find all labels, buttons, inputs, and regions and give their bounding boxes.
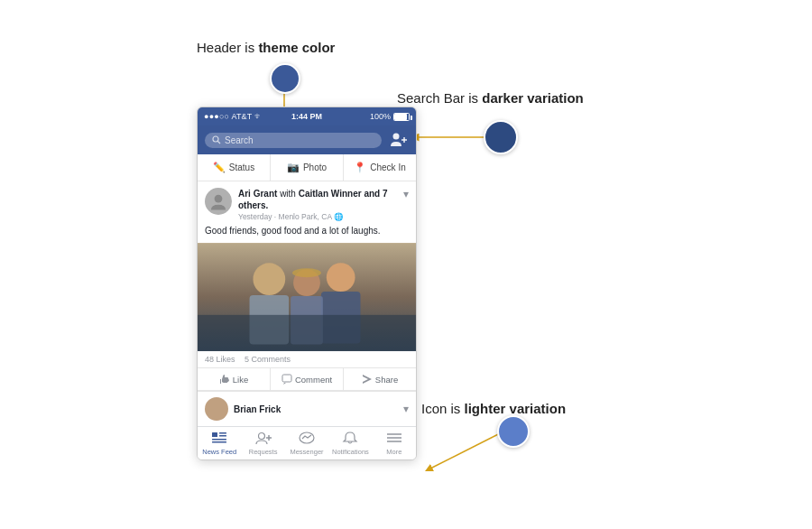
messenger-label: Messenger: [290, 448, 323, 456]
checkin-icon: 📍: [354, 162, 366, 173]
searchbar-annotation-label: Search Bar is darker variation: [397, 90, 584, 106]
status-action[interactable]: ✏️ Status: [198, 154, 271, 181]
comment-button[interactable]: Comment: [271, 368, 344, 390]
next-post-name: Brian Frick: [234, 404, 281, 414]
post-meta: Ari Grant with Caitlan Winner and 7 othe…: [238, 188, 397, 221]
more-icon-svg: [386, 432, 402, 444]
svg-rect-17: [198, 315, 416, 351]
status-icon: ✏️: [213, 162, 226, 173]
svg-point-12: [327, 263, 355, 292]
likes-bar: 48 Likes 5 Comments: [198, 351, 416, 368]
checkin-label: Check In: [370, 162, 405, 172]
messenger-icon: [299, 432, 315, 447]
svg-point-24: [258, 433, 264, 440]
like-icon: [219, 374, 230, 385]
photo-action[interactable]: 📷 Photo: [271, 154, 344, 181]
battery-icon: [393, 113, 410, 121]
post-image: [198, 243, 416, 351]
nav-item-more[interactable]: More: [373, 427, 416, 459]
search-placeholder: Search: [225, 135, 254, 145]
svg-rect-22: [212, 439, 226, 441]
post-card: Ari Grant with Caitlan Winner and 7 othe…: [198, 181, 416, 392]
post-body-text: Good friends, good food and a lot of lau…: [198, 225, 416, 243]
next-post-preview: Brian Frick ▾: [198, 392, 416, 426]
nav-item-newsfeed[interactable]: News Feed: [198, 427, 241, 459]
avatar-svg: [208, 191, 228, 211]
notifications-icon-svg: [342, 432, 358, 444]
svg-point-5: [393, 134, 400, 140]
comment-label: Comment: [295, 375, 332, 385]
post-header: Ari Grant with Caitlan Winner and 7 othe…: [198, 181, 416, 225]
svg-line-4: [218, 142, 221, 144]
svg-rect-19: [212, 432, 217, 437]
nav-item-requests[interactable]: Requests: [241, 427, 284, 459]
action-bar: ✏️ Status 📷 Photo 📍 Check In: [198, 154, 416, 181]
phone-mockup: ●●●○○ AT&T ᯤ 1:44 PM 100% Search: [197, 107, 417, 460]
requests-icon: [255, 432, 272, 447]
post-chevron-icon[interactable]: ▾: [403, 188, 409, 200]
requests-icon-svg: [255, 432, 272, 444]
next-post-chevron[interactable]: ▾: [403, 403, 409, 415]
bottom-nav: News Feed Requests Messenger: [198, 426, 416, 459]
svg-rect-20: [219, 432, 226, 434]
time-text: 1:44 PM: [291, 112, 322, 121]
checkin-action[interactable]: 📍 Check In: [344, 154, 416, 181]
messenger-icon-svg: [299, 432, 315, 444]
more-label: More: [386, 448, 401, 456]
friend-icon-svg: [389, 132, 409, 148]
newsfeed-label: News Feed: [202, 448, 236, 456]
share-icon: [362, 374, 373, 385]
svg-point-3: [213, 136, 218, 142]
svg-point-10: [253, 263, 285, 295]
svg-rect-23: [212, 441, 226, 443]
post-image-svg: [198, 243, 416, 351]
battery-percent: 100%: [370, 112, 391, 121]
icon-annotation-label: Icon is lighter variation: [421, 401, 566, 416]
newsfeed-icon: [211, 432, 227, 447]
notifications-icon: [342, 432, 358, 447]
post-sub: Yesterday · Menlo Park, CA 🌐: [238, 212, 397, 221]
svg-rect-21: [219, 435, 226, 437]
share-button[interactable]: Share: [344, 368, 416, 390]
comments-count: 5 Comments: [245, 355, 291, 364]
likes-count: 48 Likes: [205, 355, 235, 364]
action-buttons-bar: Like Comment Share: [198, 368, 416, 391]
icon-color-dot: [497, 415, 530, 448]
status-bar: ●●●○○ AT&T ᯤ 1:44 PM 100%: [198, 107, 416, 125]
carrier-text: ●●●○○ AT&T ᯤ: [204, 112, 263, 121]
like-label: Like: [233, 375, 248, 385]
svg-point-16: [292, 268, 321, 277]
search-icon: [212, 135, 221, 144]
battery-area: 100%: [370, 112, 410, 121]
next-post-avatar: [205, 397, 228, 421]
like-button[interactable]: Like: [198, 368, 271, 390]
search-bar: Search: [198, 125, 416, 154]
share-label: Share: [375, 375, 398, 385]
svg-rect-18: [282, 375, 291, 382]
status-label: Status: [229, 162, 254, 172]
searchbar-color-dot: [484, 120, 518, 154]
more-icon: [386, 432, 402, 447]
header-annotation-label: Header is theme color: [197, 40, 335, 55]
requests-label: Requests: [249, 448, 278, 456]
notifications-label: Notifications: [332, 448, 369, 456]
nav-item-messenger[interactable]: Messenger: [285, 427, 328, 459]
header-color-dot: [270, 63, 300, 94]
svg-point-8: [215, 195, 223, 203]
search-input-mock[interactable]: Search: [205, 133, 382, 148]
newsfeed-icon-svg: [211, 432, 227, 444]
nav-item-notifications[interactable]: Notifications: [328, 427, 372, 459]
post-avatar: [205, 188, 232, 215]
comment-icon: [281, 374, 292, 385]
friend-request-icon[interactable]: [389, 130, 409, 150]
photo-icon: 📷: [287, 162, 300, 173]
post-name: Ari Grant with Caitlan Winner and 7 othe…: [238, 188, 397, 211]
photo-label: Photo: [303, 162, 327, 172]
